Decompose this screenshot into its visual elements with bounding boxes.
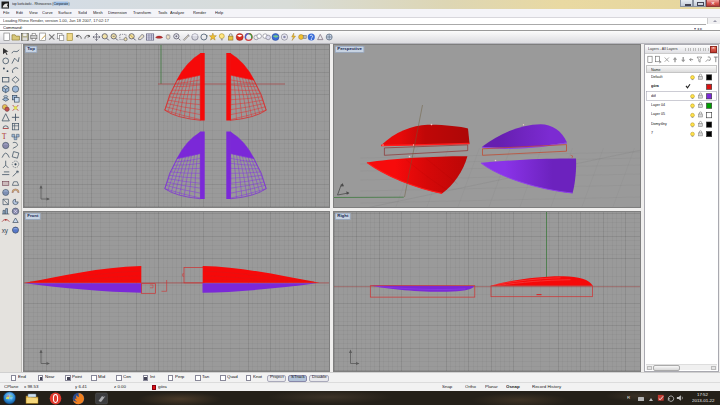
svg-text:xy: xy	[2, 227, 9, 235]
svg-text:T: T	[2, 133, 7, 141]
